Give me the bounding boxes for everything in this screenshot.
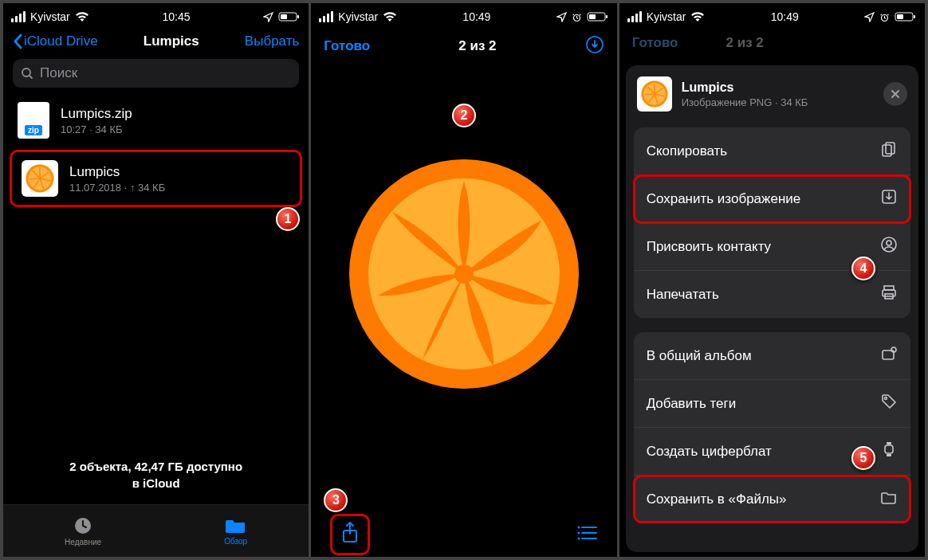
back-button[interactable]: iCloud Drive [13,33,98,49]
location-icon [263,12,273,22]
svg-rect-38 [887,454,891,456]
search-icon [21,67,33,80]
page-counter: 2 из 2 [458,38,496,54]
svg-rect-25 [886,143,895,154]
clock-icon [73,515,93,536]
svg-point-16 [577,527,580,529]
svg-point-14 [454,264,474,283]
back-label: iCloud Drive [24,33,98,49]
alarm-icon [879,12,890,22]
tab-browse[interactable]: Обзор [224,516,247,546]
action-add-tags[interactable]: Добавить теги [634,380,910,428]
sheet-header: Lumpics Изображение PNG · 34 КБ [626,65,918,123]
panel-files: Kyivstar 10:45 iCloud Drive Lumpics [3,3,311,557]
list-button[interactable] [577,525,598,544]
folder-icon [225,516,247,535]
status-bar: Kyivstar 10:49 [311,3,616,27]
svg-rect-21 [897,14,903,19]
page-title: Lumpics [144,33,199,49]
battery-icon [895,11,917,22]
carrier-label: Kyivstar [647,10,686,23]
action-save-image[interactable]: Сохранить изображение [634,175,910,223]
search-placeholder: Поиск [40,65,77,81]
wifi-icon [75,11,89,22]
action-group-1: Скопировать Сохранить изображение Присво… [634,127,910,318]
action-shared-album[interactable]: В общий альбом [634,332,910,380]
close-icon [890,88,901,100]
contact-icon [880,236,898,257]
done-dimmed: Готово [632,35,678,51]
select-button[interactable]: Выбрать [245,33,299,49]
action-copy[interactable]: Скопировать [634,127,910,175]
sheet-title: Lumpics [682,80,808,95]
svg-point-18 [577,538,580,540]
highlighted-file-row: Lumpics 11.07.2018 · ↑ 34 КБ [10,150,302,207]
svg-point-29 [887,241,891,245]
panel-sharesheet: Kyivstar 10:49 Готово 2 из 2 Lumpics И [619,3,925,557]
share-icon [340,521,360,545]
svg-point-35 [884,397,887,400]
wifi-icon [690,11,705,22]
share-button[interactable] [330,514,370,555]
battery-icon [587,11,609,22]
panel-preview: Kyivstar 10:49 Готово 2 из 2 [311,3,619,557]
marker-2: 2 [452,104,476,127]
print-icon [880,284,898,305]
watch-icon [880,441,898,462]
nav-bar: iCloud Drive Lumpics Выбрать [3,27,309,56]
bottom-toolbar [311,512,616,557]
battery-icon [278,11,301,22]
action-group-2: В общий альбом Добавить теги Создать циф… [634,332,910,523]
svg-point-17 [577,532,580,535]
done-button[interactable]: Готово [324,38,370,54]
location-icon [556,12,567,22]
status-bar: Kyivstar 10:45 [3,3,309,27]
signal-icon [319,11,333,22]
three-panel-layout: Kyivstar 10:45 iCloud Drive Lumpics [0,0,928,560]
svg-rect-1 [281,14,287,19]
svg-rect-36 [885,445,893,453]
shared-album-icon [880,345,898,366]
counter-dimmed: 2 из 2 [726,35,764,51]
file-row-zip[interactable]: zip Lumpics.zip 10:27 · 34 КБ [3,94,309,147]
share-sheet: Lumpics Изображение PNG · 34 КБ Скопиров… [626,65,918,552]
file-meta: 11.07.2018 · ↑ 34 КБ [69,182,165,194]
marker-1: 1 [276,207,300,231]
clock: 10:49 [462,10,490,23]
carrier-label: Kyivstar [30,10,70,23]
close-button[interactable] [883,82,907,106]
copy-icon [880,140,898,162]
download-icon[interactable] [585,35,604,57]
action-save-to-files[interactable]: Сохранить в «Файлы» [634,476,910,523]
tab-bar: Недавние Обзор [3,504,309,557]
carrier-label: Kyivstar [338,10,378,23]
wifi-icon [383,11,397,22]
svg-rect-9 [589,14,596,19]
file-name: Lumpics.zip [61,106,132,122]
marker-3: 3 [324,488,348,512]
clock: 10:45 [163,10,191,23]
sheet-thumbnail [637,76,672,112]
status-bar: Kyivstar 10:49 [619,3,925,27]
location-icon [864,12,875,22]
alarm-icon [572,12,582,22]
image-file-icon [22,160,58,197]
list-icon [577,525,598,541]
svg-rect-22 [914,15,915,18]
file-meta: 10:27 · 34 КБ [61,123,132,135]
download-box-icon [880,188,898,210]
tab-recent[interactable]: Недавние [65,515,101,546]
file-row-image[interactable]: Lumpics 11.07.2018 · ↑ 34 КБ [12,152,300,205]
svg-rect-10 [606,15,608,18]
nav-bar: Готово 2 из 2 [311,27,616,65]
search-input[interactable]: Поиск [13,59,299,88]
image-preview [344,154,584,396]
signal-icon [627,11,642,22]
zip-file-icon: zip [18,102,49,139]
tag-icon [880,393,898,414]
folder-icon [880,488,898,510]
marker-4: 4 [851,257,875,280]
marker-5: 5 [851,446,875,470]
clock: 10:49 [771,10,799,23]
svg-rect-26 [883,145,891,156]
